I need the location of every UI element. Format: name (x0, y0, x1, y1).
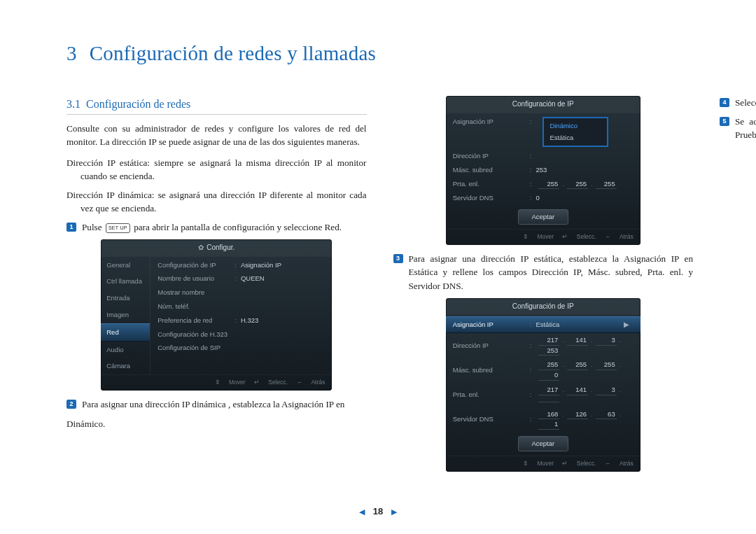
shot1-title: Configur. (101, 239, 332, 257)
screenshot-configur: Configur. General Ctrl llamada Entrada I… (101, 239, 332, 391)
shot2-footer: ⇕ Mover ↵ Selecc. ← Atrás (446, 229, 640, 245)
screenshot-ipconfig-dynamic: Configuración de IP Asignación IP : Diná… (446, 96, 640, 245)
step-3-text: Para asignar una dirección IP estática, … (409, 252, 694, 292)
shot1-footer: ⇕ Mover ↵ Selecc. ← Atrás (101, 374, 332, 391)
row-label: Servidor DNS (453, 414, 530, 424)
row-value: Asignación IP (241, 260, 325, 270)
dropdown-option: Estática (544, 132, 607, 144)
step-4-text: Seleccione Aceptar para guardar la nueva… (735, 96, 756, 109)
step-1-a: Pulse (82, 222, 104, 232)
dropdown-option-selected: Dinámico (544, 120, 607, 132)
section-text: Configuración de redes (86, 98, 190, 110)
row-label: Dirección IP (453, 151, 530, 161)
row-label: Preferencia de red (158, 316, 234, 325)
step-1-text: Pulse SET UP para abrir la pantalla de c… (82, 220, 367, 234)
step-1-b: para abrir la pantalla de configuración … (132, 222, 342, 232)
row-label: Dirección IP (453, 341, 530, 351)
shot1-main: Configuración de IP:Asignación IP Nombre… (150, 257, 332, 374)
row-value: 168.126.63.1 (536, 409, 633, 430)
step-2: 2 Para asignar una dirección IP dinámica… (66, 398, 367, 411)
row-value: 217.141.3.253 (536, 335, 633, 356)
sidebar-item: Audio (101, 342, 150, 358)
row-value: H.323 (241, 316, 325, 325)
sidebar-item: Imagen (101, 307, 150, 323)
step-5-text: Se aconseja que compruebe que los valore… (735, 115, 756, 141)
row-label: Mostrar nombre (158, 288, 234, 297)
accept-button: Aceptar (518, 209, 568, 225)
row-label: Núm. teléf. (158, 302, 234, 311)
step-5: 5 Se aconseja que compruebe que los valo… (720, 115, 756, 141)
step-badge: 5 (720, 117, 729, 126)
shot1-sidebar: General Ctrl llamada Entrada Imagen Red … (101, 257, 150, 374)
hint-select: ↵ Selecc. (562, 233, 596, 240)
row-label: Configuración de SIP (158, 343, 234, 353)
row-value: Estática (536, 320, 623, 330)
chapter-number: 3 (66, 42, 77, 64)
screenshot-ipconfig-static: Configuración de IP Asignación IP: Estát… (446, 298, 640, 472)
section-title: 3.1 Configuración de redes (66, 96, 367, 115)
sidebar-item: Cámara (101, 358, 150, 374)
row-value: 217.141.3. (536, 385, 633, 405)
shot3-title: Configuración de IP (446, 298, 640, 316)
accept-button: Aceptar (518, 436, 568, 451)
pager: ◀ 18 ▶ (0, 505, 756, 519)
assign-dropdown: Dinámico Estática (542, 117, 608, 148)
hint-move: ⇕ Mover (523, 233, 554, 240)
step-4: 4 Seleccione Aceptar para guardar la nue… (720, 96, 756, 109)
row-label: Servidor DNS (453, 193, 530, 203)
hint-back: ← Atrás (605, 233, 634, 240)
next-page-button[interactable]: ▶ (391, 507, 397, 516)
section-number: 3.1 (66, 98, 80, 110)
sidebar-item: General (101, 257, 150, 274)
sidebar-item: Ctrl llamada (101, 273, 150, 290)
page-number: 18 (373, 506, 383, 517)
step-badge: 4 (720, 98, 729, 107)
chapter-text: Configuración de redes y llamadas (90, 42, 376, 64)
hint-back: ← Atrás (605, 460, 634, 467)
step-badge: 2 (66, 400, 76, 409)
sidebar-item: Entrada (101, 290, 150, 307)
row-selected: Asignación IP: Estática ▶ (446, 316, 640, 333)
shot2-title: Configuración de IP (446, 96, 640, 113)
step-badge: 1 (66, 223, 76, 232)
row-label: Asignación IP (453, 117, 530, 127)
row-label: Másc. subred (453, 365, 530, 375)
row-label: Prta. enl. (453, 390, 530, 400)
intro-paragraph: Consulte con su administrador de redes y… (66, 122, 367, 148)
row-value: 253 (536, 165, 633, 175)
sidebar-item-selected: Red (101, 323, 150, 342)
row-label: Configuración de IP (158, 260, 234, 270)
definition-static: Dirección IP estática: siempre se asigna… (66, 156, 367, 183)
row-value: QUEEN (241, 274, 325, 283)
chevron-right-icon: ▶ (624, 320, 629, 330)
shot3-footer: ⇕ Mover ↵ Selecc. ← Atrás (446, 456, 640, 472)
row-value: 255.255.255 (536, 179, 633, 190)
row-label: Másc. subred (453, 165, 530, 175)
hint-move: ⇕ Mover (523, 460, 554, 467)
step-3: 3 Para asignar una dirección IP estática… (393, 252, 694, 292)
chapter-title: 3Configuración de redes y llamadas (66, 38, 693, 68)
hint-select: ↵ Selecc. (254, 379, 288, 386)
hint-select: ↵ Selecc. (562, 460, 596, 467)
definition-dynamic: Dirección IP dinámica: se asignará una d… (66, 188, 367, 215)
row-label: Nombre de usuario (158, 274, 234, 283)
setup-key-icon: SET UP (106, 223, 130, 233)
row-label: Asignación IP (453, 320, 530, 330)
step-1: 1 Pulse SET UP para abrir la pantalla de… (66, 220, 367, 234)
step-2-text: Para asignar una dirección IP dinámica ,… (82, 398, 367, 411)
row-label: Configuración de H.323 (158, 330, 234, 339)
prev-page-button[interactable]: ◀ (359, 507, 365, 516)
row-label: Prta. enl. (453, 179, 530, 189)
step-badge: 3 (393, 254, 403, 263)
hint-back: ← Atrás (297, 379, 326, 386)
step-2-continuation: Dinámico. (66, 417, 367, 430)
row-value: 255.255.255.0 (536, 360, 633, 381)
hint-move: ⇕ Mover (215, 379, 246, 386)
row-value: 0 (536, 193, 633, 203)
